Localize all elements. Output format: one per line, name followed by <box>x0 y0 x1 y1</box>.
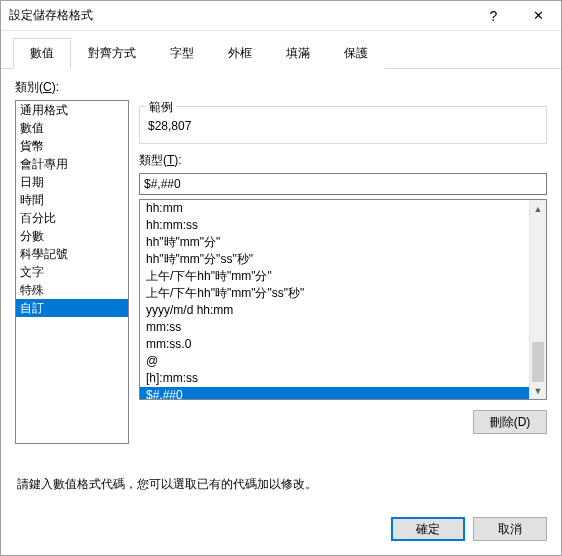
tab-number[interactable]: 數值 <box>13 38 71 69</box>
close-button[interactable]: ✕ <box>516 1 561 30</box>
category-item[interactable]: 百分比 <box>16 209 128 227</box>
category-item[interactable]: 科學記號 <box>16 245 128 263</box>
format-list-scrollbar[interactable]: ▲ ▼ <box>529 200 546 399</box>
format-row[interactable]: hh"時"mm"分" <box>140 234 529 251</box>
sample-caption: 範例 <box>146 99 176 116</box>
format-row[interactable]: @ <box>140 353 529 370</box>
category-item[interactable]: 時間 <box>16 191 128 209</box>
tab-font[interactable]: 字型 <box>153 38 211 69</box>
scroll-thumb[interactable] <box>532 342 544 382</box>
category-item[interactable]: 分數 <box>16 227 128 245</box>
dialog-body: 類別(C): 通用格式 數值 貨幣 會計專用 日期 時間 百分比 分數 科學記號… <box>1 69 561 503</box>
format-cells-dialog: 設定儲存格格式 ? ✕ 數值 對齊方式 字型 外框 填滿 保護 類別(C): 通… <box>0 0 562 556</box>
help-button[interactable]: ? <box>471 1 516 30</box>
category-item[interactable]: 自訂 <box>16 299 128 317</box>
scroll-down-icon[interactable]: ▼ <box>530 382 546 399</box>
category-item[interactable]: 日期 <box>16 173 128 191</box>
sample-group: 範例 $28,807 <box>139 106 547 144</box>
hint-text: 請鍵入數值格式代碼，您可以選取已有的代碼加以修改。 <box>17 476 547 493</box>
format-row[interactable]: mm:ss.0 <box>140 336 529 353</box>
right-panel: 範例 $28,807 類型(T): hh:mm hh:mm:ss hh"時"mm… <box>139 100 547 462</box>
format-row[interactable]: hh"時"mm"分"ss"秒" <box>140 251 529 268</box>
window-title: 設定儲存格格式 <box>9 7 471 24</box>
tab-protection[interactable]: 保護 <box>327 38 385 69</box>
format-row[interactable]: [h]:mm:ss <box>140 370 529 387</box>
format-code-list[interactable]: hh:mm hh:mm:ss hh"時"mm"分" hh"時"mm"分"ss"秒… <box>139 199 547 400</box>
format-row[interactable]: hh:mm <box>140 200 529 217</box>
category-item[interactable]: 貨幣 <box>16 137 128 155</box>
format-row[interactable]: mm:ss <box>140 319 529 336</box>
category-item[interactable]: 會計專用 <box>16 155 128 173</box>
category-list[interactable]: 通用格式 數值 貨幣 會計專用 日期 時間 百分比 分數 科學記號 文字 特殊 … <box>15 100 129 444</box>
format-row[interactable]: yyyy/m/d hh:mm <box>140 302 529 319</box>
category-item[interactable]: 數值 <box>16 119 128 137</box>
scroll-up-icon[interactable]: ▲ <box>530 200 546 217</box>
category-label: 類別(C): <box>15 79 547 96</box>
category-item[interactable]: 通用格式 <box>16 101 128 119</box>
tab-strip: 數值 對齊方式 字型 外框 填滿 保護 <box>1 37 561 69</box>
type-input[interactable] <box>139 173 547 195</box>
format-row[interactable]: 上午/下午hh"時"mm"分"ss"秒" <box>140 285 529 302</box>
ok-button[interactable]: 確定 <box>391 517 465 541</box>
format-row[interactable]: hh:mm:ss <box>140 217 529 234</box>
scroll-track[interactable] <box>530 217 546 382</box>
format-row[interactable]: 上午/下午hh"時"mm"分" <box>140 268 529 285</box>
type-label: 類型(T): <box>139 152 547 169</box>
tab-border[interactable]: 外框 <box>211 38 269 69</box>
delete-button[interactable]: 刪除(D) <box>473 410 547 434</box>
tab-alignment[interactable]: 對齊方式 <box>71 38 153 69</box>
format-list-inner: hh:mm hh:mm:ss hh"時"mm"分" hh"時"mm"分"ss"秒… <box>140 200 529 399</box>
delete-row: 刪除(D) <box>139 410 547 434</box>
titlebar: 設定儲存格格式 ? ✕ <box>1 1 561 31</box>
content-columns: 通用格式 數值 貨幣 會計專用 日期 時間 百分比 分數 科學記號 文字 特殊 … <box>15 100 547 462</box>
close-icon: ✕ <box>533 8 544 23</box>
format-row[interactable]: $#,##0 <box>140 387 529 399</box>
category-item[interactable]: 特殊 <box>16 281 128 299</box>
tab-fill[interactable]: 填滿 <box>269 38 327 69</box>
sample-value: $28,807 <box>148 117 538 135</box>
category-item[interactable]: 文字 <box>16 263 128 281</box>
cancel-button[interactable]: 取消 <box>473 517 547 541</box>
dialog-footer: 確定 取消 <box>1 503 561 555</box>
